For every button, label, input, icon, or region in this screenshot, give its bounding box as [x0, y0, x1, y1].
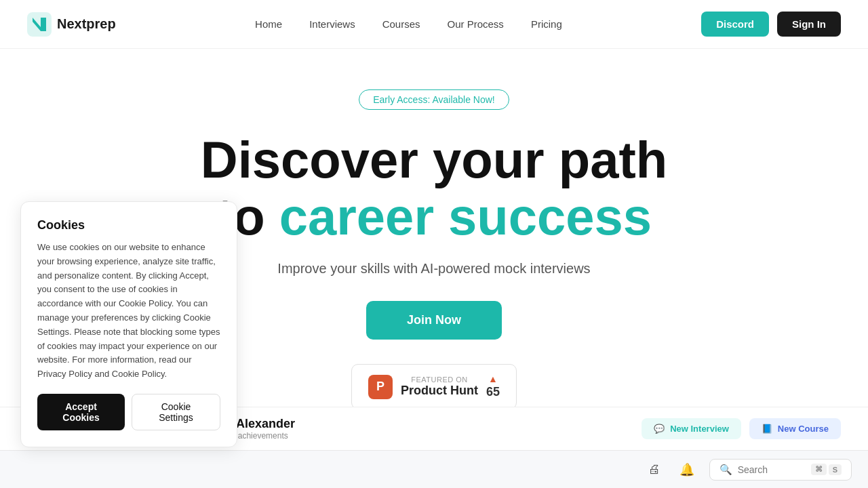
- signin-button[interactable]: Sign In: [777, 12, 841, 37]
- ph-votes: ▲ 65: [486, 374, 500, 399]
- bottom-bar-right: 🖨 🔔 🔍 ⌘ S: [644, 458, 852, 481]
- accept-cookies-button[interactable]: Accept Cookies: [37, 394, 125, 430]
- cookie-body: We use cookies on our website to enhance…: [37, 241, 220, 382]
- discord-button[interactable]: Discord: [701, 12, 769, 37]
- search-icon: 🔍: [719, 464, 732, 476]
- cookie-settings-button[interactable]: Cookie Settings: [132, 394, 220, 430]
- search-input[interactable]: [738, 464, 806, 475]
- bottom-bar: 🖨 🔔 🔍 ⌘ S: [0, 450, 868, 488]
- search-shortcut: ⌘ S: [811, 464, 842, 475]
- shortcut-key-cmd: ⌘: [811, 464, 827, 475]
- product-hunt-logo: P: [368, 375, 393, 399]
- logo-icon: [27, 12, 52, 37]
- course-icon: 📘: [762, 424, 772, 434]
- nav-links: Home Interviews Courses Our Process Pric…: [255, 18, 562, 30]
- join-now-button[interactable]: Join Now: [366, 301, 502, 340]
- new-interview-label: New Interview: [670, 424, 729, 434]
- nav-pricing[interactable]: Pricing: [531, 18, 562, 30]
- hero-title-line1: Discover your path: [201, 131, 667, 188]
- nav-our-process[interactable]: Our Process: [448, 18, 504, 30]
- navbar: Nextprep Home Interviews Courses Our Pro…: [0, 0, 868, 49]
- early-access-badge: Early Access: Available Now!: [359, 89, 509, 110]
- brand-name: Nextprep: [57, 16, 116, 32]
- new-course-button[interactable]: 📘 New Course: [749, 418, 841, 439]
- print-icon-button[interactable]: 🖨: [644, 458, 665, 481]
- ph-upvote-icon: ▲: [488, 374, 498, 384]
- svg-rect-0: [27, 12, 52, 37]
- new-course-label: New Course: [778, 424, 829, 434]
- ph-name: Product Hunt: [401, 384, 478, 398]
- cookie-banner: Cookies We use cookies on our website to…: [20, 201, 237, 447]
- ph-vote-count: 65: [486, 385, 500, 399]
- cookie-title: Cookies: [37, 218, 220, 232]
- hero-title-accent: career success: [279, 188, 652, 245]
- product-hunt-badge: P FEATURED ON Product Hunt ▲ 65: [351, 364, 517, 409]
- notification-icon-button[interactable]: 🔔: [675, 458, 698, 481]
- ph-featured-label: FEATURED ON: [401, 375, 478, 384]
- ph-text: FEATURED ON Product Hunt: [401, 375, 478, 398]
- new-interview-button[interactable]: 💬 New Interview: [642, 418, 741, 439]
- hero-subtitle: Improve your skills with AI-powered mock…: [277, 261, 590, 277]
- navbar-actions: Discord Sign In: [701, 12, 841, 37]
- nav-courses[interactable]: Courses: [382, 18, 420, 30]
- preview-right-buttons: 💬 New Interview 📘 New Course: [642, 418, 841, 439]
- ph-badge-left: P FEATURED ON Product Hunt: [368, 375, 478, 399]
- hero-title: Discover your path to career success: [201, 131, 667, 245]
- nav-interviews[interactable]: Interviews: [309, 18, 355, 30]
- shortcut-key-s: S: [829, 464, 842, 475]
- interview-icon: 💬: [654, 424, 665, 434]
- nav-home[interactable]: Home: [255, 18, 282, 30]
- cookie-buttons: Accept Cookies Cookie Settings: [37, 394, 220, 430]
- logo-area: Nextprep: [27, 12, 116, 37]
- search-bar: 🔍 ⌘ S: [709, 459, 852, 481]
- preview-main: Welcome, Alexander overview of your achi…: [165, 407, 852, 450]
